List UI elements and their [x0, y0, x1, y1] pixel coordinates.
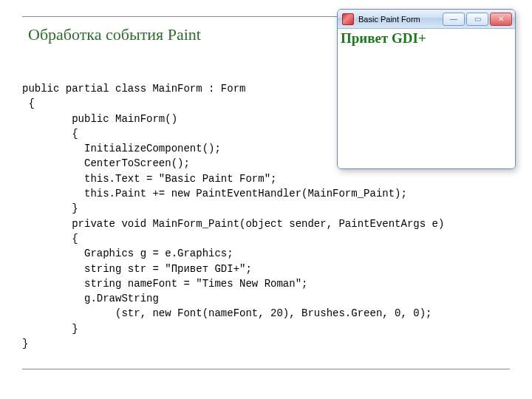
minimize-button[interactable]: — — [443, 13, 465, 26]
slide: Обработка события Paint public partial c… — [0, 0, 532, 399]
app-icon — [342, 13, 354, 25]
window-titlebar[interactable]: Basic Paint Form — ▭ ✕ — [338, 10, 515, 29]
drawn-string: Привет GDI+ — [341, 30, 426, 47]
close-button[interactable]: ✕ — [490, 13, 512, 26]
page-title: Обработка события Paint — [28, 25, 201, 44]
window-client-area: Привет GDI+ — [338, 29, 515, 168]
window-buttons: — ▭ ✕ — [443, 13, 512, 26]
maximize-button[interactable]: ▭ — [466, 13, 488, 26]
maximize-icon: ▭ — [474, 15, 481, 23]
close-icon: ✕ — [498, 15, 504, 23]
window-basic-paint-form: Basic Paint Form — ▭ ✕ Привет GDI+ — [337, 9, 516, 169]
minimize-icon: — — [450, 15, 457, 23]
window-title: Basic Paint Form — [358, 15, 443, 24]
divider-bottom — [22, 369, 510, 369]
